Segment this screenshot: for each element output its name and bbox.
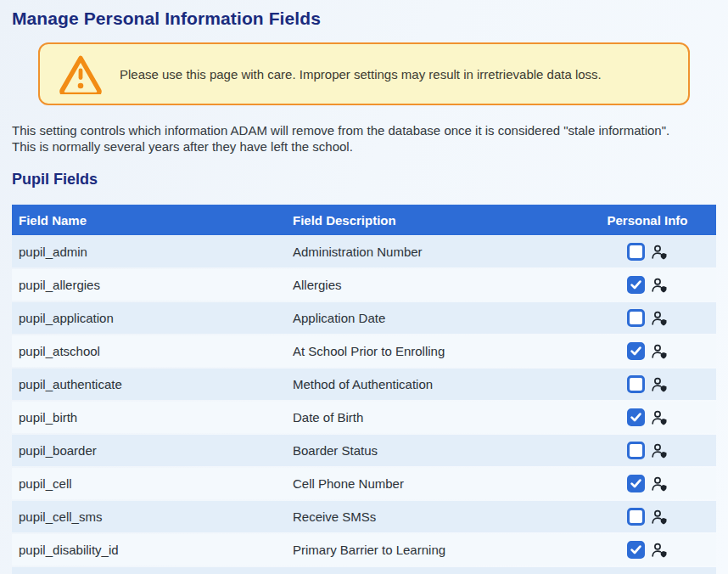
person-shield-icon [651, 376, 668, 393]
field-name-cell: pupil_cell [12, 476, 286, 491]
field-name-cell: pupil_atschool [12, 344, 286, 358]
field-name-cell: pupil_disability_id [12, 543, 286, 557]
personal-info-checkbox[interactable] [627, 375, 645, 393]
warning-triangle-icon [59, 54, 103, 94]
personal-info-cell [579, 243, 716, 261]
person-shield-icon [651, 277, 668, 294]
table-row: pupil_authenticate Method of Authenticat… [12, 369, 716, 400]
personal-info-checkbox[interactable] [627, 475, 645, 492]
personal-info-cell [579, 309, 716, 327]
person-shield-icon [651, 310, 668, 327]
description-line-2: This is normally several years after the… [12, 138, 716, 155]
table-row: pupil_cell_sms Receive SMSs [12, 501, 716, 532]
person-shield-icon [651, 509, 668, 526]
pupil-fields-table: Field Name Field Description Personal In… [12, 205, 716, 574]
checkmark-icon [630, 479, 641, 488]
person-shield-icon [651, 442, 668, 459]
table-row: pupil_application Application Date [12, 302, 716, 334]
person-shield-icon [651, 343, 668, 360]
field-name-cell: pupil_birth [12, 410, 286, 425]
field-description-cell: Primary Barrier to Learning [286, 543, 579, 557]
table-row: pupil_birth Date of Birth [12, 402, 716, 433]
personal-info-checkbox[interactable] [627, 408, 645, 426]
field-name-cell: pupil_authenticate [12, 377, 286, 391]
field-name-cell: pupil_application [12, 311, 286, 325]
field-name-cell: pupil_boarder [12, 443, 286, 458]
personal-info-checkbox[interactable] [627, 243, 645, 261]
page-description: This setting controls which information … [12, 122, 716, 155]
field-description-cell: Receive SMSs [286, 509, 579, 524]
personal-info-cell [579, 342, 716, 360]
person-shield-icon [651, 476, 668, 492]
field-description-cell: Administration Number [286, 245, 579, 259]
field-name-cell: pupil_cell_sms [12, 509, 286, 524]
table-row: pupil_cell Cell Phone Number [12, 468, 716, 499]
warning-banner: Please use this page with care. Improper… [38, 42, 690, 105]
table-row: pupil_atschool At School Prior to Enroll… [12, 335, 716, 367]
table-row: pupil_allergies Allergies [12, 269, 716, 301]
personal-info-checkbox[interactable] [627, 309, 645, 327]
table-row: pupil_boarder Boarder Status [12, 435, 716, 466]
table-row [12, 567, 716, 574]
personal-info-cell [579, 508, 716, 526]
field-name-cell: pupil_admin [12, 245, 286, 259]
field-description-cell: At School Prior to Enrolling [286, 344, 579, 358]
field-description-cell: Boarder Status [286, 443, 579, 458]
table-body: pupil_admin Administration Number pupil_… [12, 236, 716, 574]
personal-info-checkbox[interactable] [627, 442, 645, 459]
column-header-field-name: Field Name [12, 213, 286, 228]
table-row: pupil_disability_id Primary Barrier to L… [12, 534, 716, 566]
page: Manage Personal Information Fields Pleas… [0, 0, 728, 574]
personal-info-cell [579, 442, 716, 459]
checkmark-icon [630, 545, 641, 554]
personal-info-cell [579, 276, 716, 294]
description-line-1: This setting controls which information … [12, 122, 716, 138]
page-title: Manage Personal Information Fields [12, 8, 716, 29]
column-header-personal-info: Personal Info [579, 213, 716, 228]
table-header-row: Field Name Field Description Personal In… [12, 205, 716, 235]
person-shield-icon [651, 409, 668, 426]
checkmark-icon [630, 413, 641, 422]
personal-info-cell [579, 408, 716, 426]
personal-info-checkbox[interactable] [627, 508, 645, 526]
field-name-cell: pupil_allergies [12, 278, 286, 292]
personal-info-cell [579, 541, 716, 559]
person-shield-icon [651, 244, 668, 261]
table-row: pupil_admin Administration Number [12, 236, 716, 267]
person-shield-icon [651, 542, 668, 559]
checkmark-icon [630, 280, 641, 290]
section-heading-pupil-fields: Pupil Fields [12, 171, 716, 189]
field-description-cell: Method of Authentication [286, 377, 579, 391]
personal-info-checkbox[interactable] [627, 541, 645, 559]
field-description-cell: Application Date [286, 311, 579, 325]
personal-info-cell [579, 375, 716, 393]
field-description-cell: Allergies [286, 278, 579, 292]
personal-info-cell [579, 475, 716, 492]
field-description-cell: Cell Phone Number [286, 476, 579, 491]
personal-info-checkbox[interactable] [627, 342, 645, 360]
checkmark-icon [630, 346, 641, 356]
field-description-cell: Date of Birth [286, 410, 579, 425]
warning-message: Please use this page with care. Improper… [120, 67, 602, 82]
personal-info-checkbox[interactable] [627, 276, 645, 294]
column-header-field-description: Field Description [286, 213, 579, 228]
